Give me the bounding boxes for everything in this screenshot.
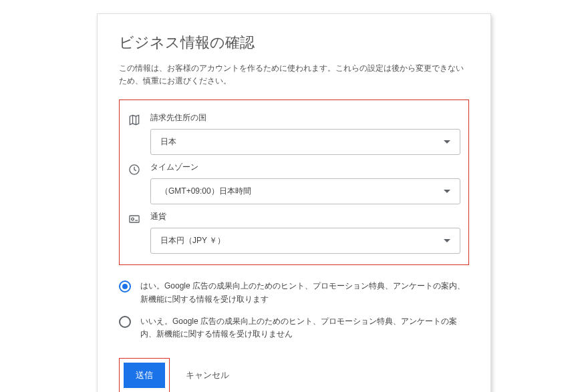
- chevron-down-icon: [444, 190, 450, 193]
- page-title: ビジネス情報の確認: [119, 33, 469, 53]
- currency-select[interactable]: 日本円（JPY ￥）: [150, 228, 460, 254]
- radio-no-label: いいえ。Google 広告の成果向上のためのヒント、プロモーション特典、アンケー…: [140, 315, 469, 341]
- radio-no[interactable]: [119, 316, 131, 328]
- button-row: 送信 キャンセル: [119, 358, 469, 392]
- timezone-label: タイムゾーン: [150, 162, 460, 173]
- radio-yes-row: はい。Google 広告の成果向上のためのヒント、プロモーション特典、アンケート…: [119, 280, 469, 305]
- country-select-value: 日本: [160, 136, 176, 148]
- field-timezone: タイムゾーン （GMT+09:00）日本時間: [128, 162, 460, 204]
- currency-card-icon: [128, 212, 141, 226]
- map-icon: [128, 114, 141, 127]
- country-label: 請求先住所の国: [150, 112, 460, 124]
- chevron-down-icon: [444, 140, 450, 144]
- submit-button[interactable]: 送信: [124, 363, 165, 388]
- timezone-select[interactable]: （GMT+09:00）日本時間: [150, 178, 460, 204]
- currency-label: 通貨: [150, 211, 460, 222]
- submit-highlight-box: 送信: [119, 358, 170, 392]
- cancel-button[interactable]: キャンセル: [176, 363, 239, 388]
- consent-radio-group: はい。Google 広告の成果向上のためのヒント、プロモーション特典、アンケート…: [119, 280, 469, 341]
- currency-select-value: 日本円（JPY ￥）: [160, 235, 225, 246]
- clock-icon: [128, 163, 141, 176]
- business-info-card: ビジネス情報の確認 この情報は、お客様のアカウントを作るために使われます。これら…: [97, 13, 491, 392]
- radio-no-row: いいえ。Google 広告の成果向上のためのヒント、プロモーション特典、アンケー…: [119, 315, 469, 341]
- field-country: 請求先住所の国 日本: [128, 112, 460, 155]
- chevron-down-icon: [444, 239, 450, 242]
- radio-yes[interactable]: [119, 280, 131, 292]
- timezone-select-value: （GMT+09:00）日本時間: [160, 186, 251, 197]
- settings-highlight-box: 請求先住所の国 日本 タイムゾーン （GMT+09:00）日本時間: [119, 100, 469, 265]
- country-select[interactable]: 日本: [150, 129, 460, 155]
- radio-yes-label: はい。Google 広告の成果向上のためのヒント、プロモーション特典、アンケート…: [140, 280, 469, 305]
- page-description: この情報は、お客様のアカウントを作るために使われます。これらの設定は後から変更で…: [119, 62, 469, 87]
- svg-point-2: [132, 218, 134, 221]
- field-currency: 通貨 日本円（JPY ￥）: [128, 211, 460, 254]
